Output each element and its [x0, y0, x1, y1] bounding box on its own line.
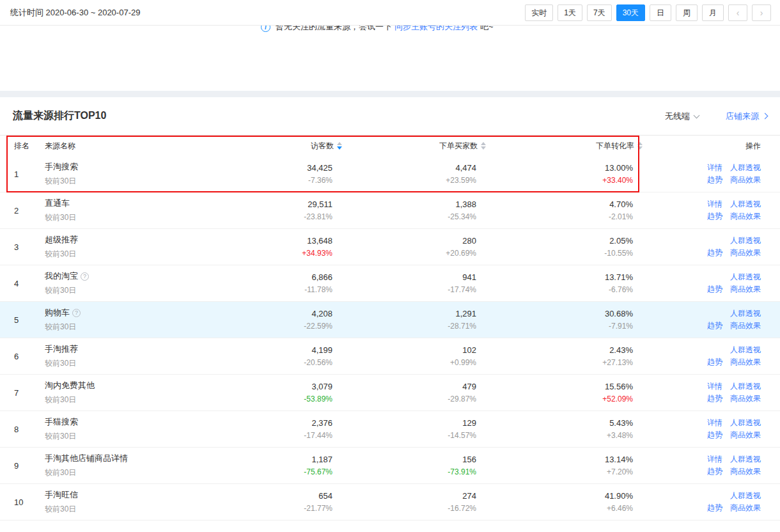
action-link[interactable]: 商品效果 [730, 503, 761, 512]
table-row: 2 直通车 ? 较前30日 29,511 -23.81% 1,388 -25.3… [0, 192, 780, 229]
conversion-cell: 13.00% +33.40% [476, 163, 633, 185]
terminal-filter-dropdown[interactable]: 无线端 [665, 111, 699, 122]
conversion-cell: 13.14% +7.20% [476, 455, 633, 476]
col-header-source-name: 来源名称 [31, 141, 230, 152]
action-link[interactable]: 商品效果 [730, 394, 761, 403]
action-link[interactable]: 趋势 [707, 248, 722, 257]
visitors-value: 1,187 [230, 455, 332, 464]
actions-cell: 详情人群透视 趋势商品效果 [633, 453, 780, 478]
help-icon[interactable]: ? [81, 272, 89, 281]
notice-message: i 暂无关注的流量来源，尝试一下 同步主账号的关注列表 吧~ [261, 26, 494, 33]
range-button-month[interactable]: 月 [702, 4, 724, 21]
visitors-change: -53.89% [230, 395, 332, 403]
action-link[interactable]: 详情 [707, 199, 722, 208]
actions-line1: 详情人群透视 [633, 162, 761, 173]
store-source-link[interactable]: 店铺来源 [726, 111, 767, 122]
actions-line1: 人群透视 [633, 490, 761, 501]
action-link[interactable]: 商品效果 [730, 430, 761, 439]
action-link[interactable]: 趋势 [707, 285, 722, 293]
action-link[interactable]: 人群透视 [730, 272, 761, 281]
conversion-value: 13.14% [476, 455, 633, 464]
action-link[interactable]: 商品效果 [730, 248, 761, 257]
actions-line1: 详情人群透视 [633, 199, 761, 210]
buyers-change: -73.91% [332, 467, 476, 476]
actions-cell: 人群透视 趋势商品效果 [633, 489, 780, 515]
col-header-visitors[interactable]: 访客数 [230, 141, 332, 152]
range-button-7day[interactable]: 7天 [587, 4, 612, 21]
action-link[interactable]: 趋势 [707, 430, 722, 439]
visitors-cell: 29,511 -23.81% [230, 199, 332, 221]
buyers-change: +23.59% [332, 176, 476, 185]
conversion-value: 41.90% [476, 491, 633, 501]
action-link[interactable]: 商品效果 [730, 212, 761, 221]
next-period-button[interactable]: › [752, 4, 771, 21]
range-button-30day[interactable]: 30天 [616, 4, 645, 21]
conversion-cell: 2.43% +27.13% [476, 345, 633, 367]
visitors-change: -22.59% [230, 322, 332, 331]
visitors-value: 4,199 [230, 345, 332, 355]
action-link[interactable]: 详情 [707, 455, 722, 464]
action-link[interactable]: 人群透视 [730, 418, 761, 427]
notice-strip: i 暂无关注的流量来源，尝试一下 同步主账号的关注列表 吧~ [0, 26, 780, 91]
range-button-1day[interactable]: 1天 [558, 4, 582, 21]
col-header-buyers[interactable]: 下单买家数 [332, 141, 476, 152]
buyers-cell: 129 -14.57% [332, 418, 476, 440]
rank-value: 9 [14, 461, 19, 471]
traffic-source-table: 排名 来源名称 访客数 下单买家数 下单转化率 操作 1 手淘搜索 ? [0, 136, 780, 520]
buyers-change: -28.71% [332, 322, 476, 331]
notice-text-before: 暂无关注的流量来源，尝试一下 [276, 26, 392, 33]
action-link[interactable]: 人群透视 [730, 491, 761, 500]
source-name: 淘内免费其他 [45, 380, 95, 391]
table-body: 1 手淘搜索 ? 较前30日 34,425 -7.36% 4,474 +23.5… [0, 156, 780, 520]
range-button-realtime[interactable]: 实时 [525, 4, 553, 21]
action-link[interactable]: 人群透视 [730, 236, 761, 245]
action-link[interactable]: 趋势 [707, 357, 722, 366]
action-link[interactable]: 详情 [707, 418, 722, 427]
action-link[interactable]: 详情 [707, 163, 722, 172]
action-link[interactable]: 人群透视 [730, 345, 761, 354]
action-link[interactable]: 人群透视 [730, 199, 761, 208]
action-link[interactable]: 商品效果 [730, 321, 761, 330]
sync-watchlist-link[interactable]: 同步主账号的关注列表 [394, 26, 478, 33]
action-link[interactable]: 趋势 [707, 394, 722, 403]
actions-line1: 人群透视 [633, 272, 761, 283]
action-link[interactable]: 商品效果 [730, 357, 761, 366]
action-link[interactable]: 趋势 [707, 321, 722, 330]
conversion-change: +27.13% [476, 358, 633, 367]
info-icon: i [261, 26, 270, 32]
compare-period-label: 较前30日 [45, 176, 230, 187]
table-row: 8 手猫搜索 ? 较前30日 2,376 -17.44% 129 -14.57%… [0, 411, 780, 448]
range-button-day[interactable]: 日 [650, 4, 671, 21]
buyers-cell: 4,474 +23.59% [332, 163, 476, 185]
table-row: 6 手淘推荐 ? 较前30日 4,199 -20.56% 102 +0.99% … [0, 338, 780, 375]
visitors-value: 4,208 [230, 309, 332, 318]
source-name: 手淘搜索 [45, 161, 78, 173]
action-link[interactable]: 趋势 [707, 467, 722, 476]
action-link[interactable]: 商品效果 [730, 285, 761, 293]
action-link[interactable]: 人群透视 [730, 382, 761, 391]
action-link[interactable]: 商品效果 [730, 175, 761, 184]
action-link[interactable]: 趋势 [707, 175, 722, 184]
action-link[interactable]: 商品效果 [730, 467, 761, 476]
action-link[interactable]: 人群透视 [730, 455, 761, 464]
conversion-cell: 5.43% +3.48% [476, 418, 633, 440]
action-link[interactable]: 详情 [707, 382, 722, 391]
table-row: 5 购物车 ? 较前30日 4,208 -22.59% 1,291 -28.71… [0, 302, 780, 338]
range-button-week[interactable]: 周 [676, 4, 698, 21]
actions-cell: 人群透视 趋势商品效果 [633, 234, 780, 260]
actions-line2: 趋势商品效果 [633, 284, 761, 295]
action-link[interactable]: 人群透视 [730, 163, 761, 172]
action-link[interactable]: 人群透视 [730, 309, 761, 318]
action-link[interactable]: 趋势 [707, 212, 722, 221]
source-name-cell: 我的淘宝 ? 较前30日 [31, 270, 230, 296]
buyers-value: 129 [332, 418, 476, 428]
help-icon[interactable]: ? [72, 309, 81, 317]
range-button-group: 实时 1天 7天 30天 日 周 月 ‹ › [520, 4, 771, 21]
col-header-conversion[interactable]: 下单转化率 [476, 141, 633, 152]
actions-cell: 详情人群透视 趋势商品效果 [633, 380, 780, 405]
action-link[interactable]: 趋势 [707, 503, 722, 512]
visitors-value: 2,376 [230, 418, 332, 428]
actions-line2: 趋势商品效果 [633, 466, 761, 477]
actions-line2: 趋势商品效果 [633, 175, 761, 185]
prev-period-button[interactable]: ‹ [728, 4, 747, 21]
